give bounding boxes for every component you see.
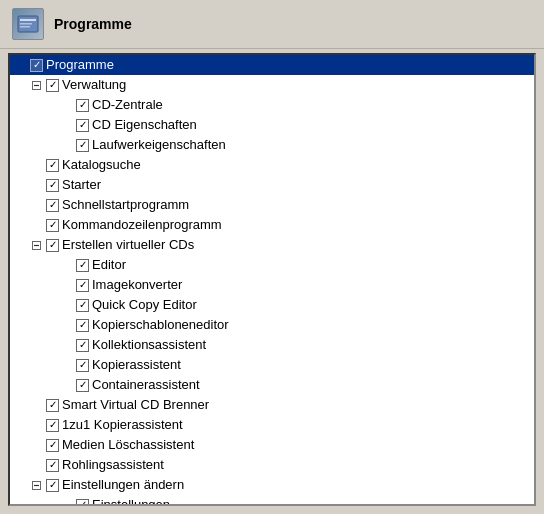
list-item[interactable]: 1zu1 Kopierassistent — [10, 415, 534, 435]
item-label: Rohlingsassistent — [62, 456, 164, 474]
list-item[interactable]: Katalogsuche — [10, 155, 534, 175]
title-bar: Programme — [0, 0, 544, 49]
list-item[interactable]: Kopierschabloneneditor — [10, 315, 534, 335]
item-label: CD-Zentrale — [92, 96, 163, 114]
expand-icon[interactable] — [28, 237, 44, 253]
item-label: Schnellstartprogramm — [62, 196, 189, 214]
item-label: 1zu1 Kopierassistent — [62, 416, 183, 434]
list-item[interactable]: Starter — [10, 175, 534, 195]
checkbox[interactable] — [46, 239, 59, 252]
list-item[interactable]: Schnellstartprogramm — [10, 195, 534, 215]
checkbox[interactable] — [76, 259, 89, 272]
list-item[interactable]: Einstellungen ändern — [10, 475, 534, 495]
programme-list-container: ProgrammeVerwaltungCD-ZentraleCD Eigensc… — [8, 53, 536, 506]
checkbox[interactable] — [46, 159, 59, 172]
svg-rect-3 — [20, 26, 30, 28]
svg-rect-1 — [20, 19, 36, 21]
item-label: Kollektionsassistent — [92, 336, 206, 354]
checkbox[interactable] — [46, 399, 59, 412]
expand-icon[interactable] — [28, 477, 44, 493]
checkbox[interactable] — [76, 119, 89, 132]
list-item[interactable]: Containerassistent — [10, 375, 534, 395]
item-label: Einstellungen ändern — [62, 476, 184, 494]
list-item[interactable]: Imagekonverter — [10, 275, 534, 295]
item-label: Laufwerkeigenschaften — [92, 136, 226, 154]
item-label: Erstellen virtueller CDs — [62, 236, 194, 254]
item-label: CD Eigenschaften — [92, 116, 197, 134]
list-item[interactable]: Rohlingsassistent — [10, 455, 534, 475]
svg-rect-2 — [20, 23, 32, 25]
list-item[interactable]: Erstellen virtueller CDs — [10, 235, 534, 255]
checkbox[interactable] — [30, 59, 43, 72]
item-label: Containerassistent — [92, 376, 200, 394]
checkbox[interactable] — [46, 479, 59, 492]
checkbox[interactable] — [76, 379, 89, 392]
checkbox[interactable] — [46, 79, 59, 92]
item-label: Katalogsuche — [62, 156, 141, 174]
list-item[interactable]: CD-Zentrale — [10, 95, 534, 115]
list-item[interactable]: Programme — [10, 55, 534, 75]
checkbox[interactable] — [76, 99, 89, 112]
list-item[interactable]: Editor — [10, 255, 534, 275]
list-item[interactable]: Quick Copy Editor — [10, 295, 534, 315]
main-window: Programme ProgrammeVerwaltungCD-Zentrale… — [0, 0, 544, 514]
checkbox[interactable] — [76, 279, 89, 292]
list-item[interactable]: Kommandozeilenprogramm — [10, 215, 534, 235]
list-item[interactable]: Einstellungen — [10, 495, 534, 504]
list-item[interactable]: Smart Virtual CD Brenner — [10, 395, 534, 415]
item-label: Smart Virtual CD Brenner — [62, 396, 209, 414]
item-label: Programme — [46, 56, 114, 74]
checkbox[interactable] — [46, 459, 59, 472]
item-label: Kommandozeilenprogramm — [62, 216, 222, 234]
checkbox[interactable] — [46, 419, 59, 432]
checkbox[interactable] — [46, 219, 59, 232]
programme-list-scroll[interactable]: ProgrammeVerwaltungCD-ZentraleCD Eigensc… — [10, 55, 534, 504]
item-label: Imagekonverter — [92, 276, 182, 294]
checkbox[interactable] — [46, 179, 59, 192]
item-label: Medien Löschassistent — [62, 436, 194, 454]
checkbox[interactable] — [76, 499, 89, 505]
checkbox[interactable] — [76, 339, 89, 352]
item-label: Einstellungen — [92, 496, 170, 504]
item-label: Quick Copy Editor — [92, 296, 197, 314]
window-title: Programme — [54, 16, 132, 32]
expand-icon[interactable] — [28, 77, 44, 93]
item-label: Verwaltung — [62, 76, 126, 94]
item-label: Kopierassistent — [92, 356, 181, 374]
list-item[interactable]: Verwaltung — [10, 75, 534, 95]
list-item[interactable]: Kollektionsassistent — [10, 335, 534, 355]
checkbox[interactable] — [76, 299, 89, 312]
checkbox[interactable] — [76, 319, 89, 332]
list-item[interactable]: CD Eigenschaften — [10, 115, 534, 135]
list-item[interactable]: Kopierassistent — [10, 355, 534, 375]
list-item[interactable]: Medien Löschassistent — [10, 435, 534, 455]
list-item[interactable]: Laufwerkeigenschaften — [10, 135, 534, 155]
checkbox[interactable] — [46, 199, 59, 212]
item-label: Kopierschabloneneditor — [92, 316, 229, 334]
window-icon — [12, 8, 44, 40]
item-label: Editor — [92, 256, 126, 274]
checkbox[interactable] — [46, 439, 59, 452]
item-label: Starter — [62, 176, 101, 194]
checkbox[interactable] — [76, 139, 89, 152]
checkbox[interactable] — [76, 359, 89, 372]
